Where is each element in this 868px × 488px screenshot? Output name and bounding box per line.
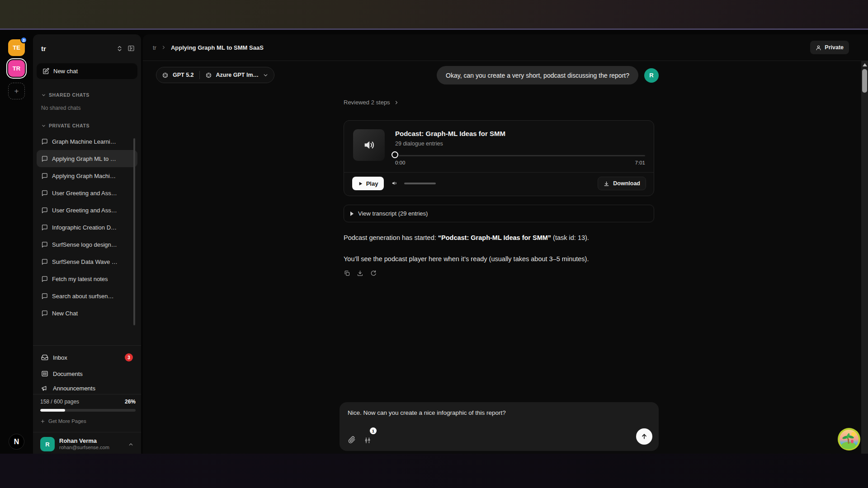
user-message-bubble: Okay, can you create a very short, podca… [437,66,638,84]
download-icon [357,270,363,277]
inbox-label: Inbox [53,354,67,361]
chat-title: Applying Graph ML to … [52,155,116,162]
workspace-rail: TE TR + N [0,30,33,454]
workspace-switcher-button[interactable] [116,45,123,52]
pages-used-label: 158 / 600 pages [40,399,79,405]
new-chat-button[interactable]: New chat [37,63,137,79]
page-scrollbar[interactable] [861,61,868,454]
seek-bar[interactable] [399,155,645,156]
compose-icon [42,68,49,75]
sidebar-item-inbox[interactable]: Inbox 3 [37,350,137,365]
chat-list-item[interactable]: SurfSense Data Wave … [37,253,137,270]
view-transcript-toggle[interactable]: View transcript (29 entries) [344,205,654,222]
chevron-down-icon [41,93,46,98]
chat-list-item[interactable]: New Chat [37,305,137,322]
chat-bubble-icon [41,207,48,214]
attach-file-button[interactable] [348,436,356,444]
chevron-down-icon [263,72,269,78]
user-message-row: Okay, can you create a very short, podca… [437,66,659,84]
chat-list-item[interactable]: Fetch my latest notes [37,270,137,287]
desktop-wallpaper-bottom [0,454,868,488]
get-more-pages-button[interactable]: Get More Pages [38,417,88,426]
composer[interactable]: Nice. Now can you create a nice infograp… [340,402,659,451]
breadcrumb-root[interactable]: tr [153,44,156,51]
sidebar-collapse-button[interactable] [127,45,135,52]
get-more-pages-label: Get More Pages [48,418,86,424]
reviewed-steps-toggle[interactable]: Reviewed 2 steps [344,99,399,106]
copy-button[interactable] [344,270,350,277]
scroll-up-arrow[interactable] [863,63,867,66]
composer-input[interactable]: Nice. Now can you create a nice infograp… [348,409,506,416]
workspace-tr[interactable]: TR [8,60,25,77]
download-audio-button[interactable] [357,270,363,277]
chat-content: GPT 5.2 Azure GPT Im… Okay, can you crea… [143,61,868,454]
chat-title: User Greeting and Ass… [52,207,117,214]
play-button[interactable]: Play [352,177,384,190]
model-primary-label: GPT 5.2 [173,72,194,78]
chat-bubble-icon [41,276,48,282]
scrollbar-thumb[interactable] [862,69,867,93]
chevrons-up-down-icon [116,45,123,52]
user-avatar-initial: R [45,441,49,448]
arrow-up-icon [641,433,648,440]
private-chats-section-toggle[interactable]: PRIVATE CHATS [37,123,94,128]
podcast-player-card: Podcast: Graph-ML Ideas for SMM 29 dialo… [344,120,654,196]
sidebar-item-documents[interactable]: Documents [37,366,137,381]
chevron-down-icon [41,123,46,128]
person-icon [816,45,821,51]
panel-left-icon [127,45,135,52]
user-avatar: R [40,437,55,451]
shared-chats-empty-text: No shared chats [41,105,80,111]
chat-list-item[interactable]: Infographic Creation D… [37,219,137,236]
chat-list-item[interactable]: User Greeting and Ass… [37,184,137,202]
chevron-right-icon [161,45,166,50]
user-name: Rohan Verma [59,437,109,445]
sidebar-item-announcements[interactable]: Announcements [37,380,137,396]
total-time: 7:01 [635,160,645,165]
chat-list-item[interactable]: User Greeting and Ass… [37,202,137,219]
divider [33,345,141,346]
connectors-button[interactable] [364,436,372,444]
volume-icon[interactable] [391,179,399,187]
add-workspace-button[interactable]: + [8,83,25,99]
divider [33,394,141,394]
chat-list-scrollbar[interactable] [133,138,135,325]
regenerate-button[interactable] [370,270,377,277]
main-header: tr Applying Graph ML to SMM SaaS Private [143,34,868,61]
chat-list-item[interactable]: Graph Machine Learni… [37,133,137,150]
chat-bubble-icon [41,138,48,145]
copy-icon [344,270,350,277]
model-selector[interactable]: GPT 5.2 Azure GPT Im… [156,67,274,83]
chat-list: Graph Machine Learni…Applying Graph ML t… [37,133,137,322]
chat-list-item[interactable]: Applying Graph Machi… [37,167,137,184]
chat-title: User Greeting and Ass… [52,190,117,197]
chat-title: SurfSense Data Wave … [52,258,118,265]
chat-title: Fetch my latest notes [52,276,108,282]
visibility-private-button[interactable]: Private [810,41,849,54]
chat-list-item[interactable]: Search about surfsen… [37,287,137,305]
chat-list-item[interactable]: SurfSense logo design… [37,236,137,253]
chat-bubble-icon [41,310,48,317]
island-sticker[interactable] [837,427,861,451]
send-button[interactable] [636,428,652,445]
paperclip-icon [348,436,356,444]
user-menu[interactable]: R Rohan Verma rohan@surfsense.com [37,435,137,454]
podcast-entry-count: 29 dialogue entries [395,141,443,147]
shared-chats-section-toggle[interactable]: SHARED CHATS [37,92,94,98]
podcast-artwork [353,129,385,161]
status-message-1: Podcast generation has started: “Podcast… [344,233,654,242]
chat-title: Graph Machine Learni… [52,138,116,145]
download-button[interactable]: Download [598,177,646,190]
chevron-right-icon [394,100,399,105]
nextjs-logo[interactable]: N [9,434,24,450]
chat-list-item[interactable]: Applying Graph ML to … [37,150,137,167]
chat-bubble-icon [41,241,48,248]
sidebar-header: tr [33,34,141,62]
workspace-notification-badge [20,37,27,43]
play-label: Play [366,180,378,187]
volume-slider[interactable] [404,183,436,184]
workspace-te[interactable]: TE [8,39,25,56]
chat-bubble-icon [41,190,48,197]
chat-bubble-icon [41,155,48,162]
seek-knob[interactable] [392,151,398,158]
